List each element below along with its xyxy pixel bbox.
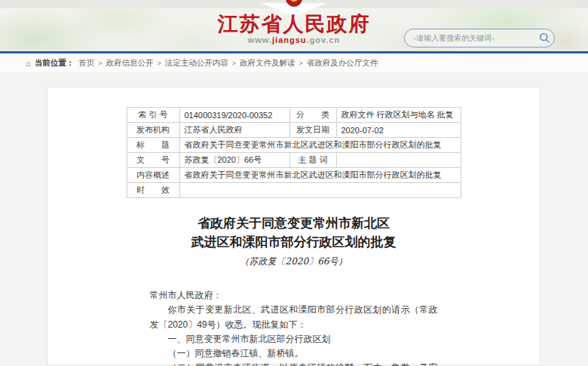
document-area: 索 引 号 014000319/2020-00352 分 类 政府文件 行政区划… xyxy=(127,107,461,366)
document-title-line2: 武进区和溧阳市部分行政区划的批复 xyxy=(127,233,461,252)
home-icon: ⌂ xyxy=(26,59,31,68)
breadcrumb-separator: > xyxy=(232,59,236,67)
paragraph: 一、同意变更常州市新北区部分行政区划 xyxy=(150,332,438,346)
document-number: （苏政复〔2020〕66号） xyxy=(127,255,461,268)
salutation: 常州市人民政府： xyxy=(150,288,438,303)
category-value: 政府文件 行政区划与地名 批复 xyxy=(336,108,461,123)
issuer-value: 江苏省人民政府 xyxy=(179,123,289,138)
paragraph: （二）同意设立春江街道。以原春江镇的徐墅、百丈、象墩、录安洲、春江、新潮河、滨江… xyxy=(150,361,438,366)
table-row: 文 号 苏政复〔2020〕66号 主 题 词 xyxy=(127,153,461,168)
table-row: 时 效 xyxy=(127,183,461,198)
url-highlight: jiangsu xyxy=(272,35,307,44)
breadcrumb-item-provincial-files[interactable]: 省政府及办公厅文件 xyxy=(307,58,378,69)
search-icon xyxy=(539,32,550,44)
keyword-label: 主 题 词 xyxy=(289,153,336,168)
url-suffix: .gov.cn xyxy=(307,35,341,44)
breadcrumb-separator: > xyxy=(157,59,161,67)
site-url: www.jiangsu.gov.cn xyxy=(248,35,341,44)
title-label: 标 题 xyxy=(127,138,179,153)
index-number-label: 索 引 号 xyxy=(127,108,179,123)
document-card: 索 引 号 014000319/2020-00352 分 类 政府文件 行政区划… xyxy=(47,87,541,365)
issue-date-value: 2020-07-02 xyxy=(336,123,461,138)
keyword-value xyxy=(336,153,461,168)
category-label: 分 类 xyxy=(289,108,336,123)
table-row: 索 引 号 014000319/2020-00352 分 类 政府文件 行政区划… xyxy=(127,108,461,123)
document-meta-table: 索 引 号 014000319/2020-00352 分 类 政府文件 行政区划… xyxy=(127,107,461,198)
document-title: 省政府关于同意变更常州市新北区 武进区和溧阳市部分行政区划的批复 xyxy=(127,214,461,252)
document-body: 常州市人民政府： 你市关于变更新北区、武进区和溧阳市部分行政区划的请示（常政发〔… xyxy=(150,288,438,366)
document-title-line1: 省政府关于同意变更常州市新北区 xyxy=(127,214,461,233)
validity-value xyxy=(179,183,461,198)
table-row: 标 题 省政府关于同意变更常州市新北区武进区和溧阳市部分行政区划的批复 xyxy=(127,138,461,153)
breadcrumb-label: 当前位置： xyxy=(35,58,75,69)
paragraph: 你市关于变更新北区、武进区和溧阳市部分行政区划的请示（常政发〔2020〕49号）… xyxy=(150,303,438,332)
paragraph: （一）同意撤销春江镇、新桥镇。 xyxy=(150,346,438,361)
summary-label: 内容概述 xyxy=(127,168,179,183)
issue-date-label: 发文日期 xyxy=(289,123,336,138)
breadcrumb-separator: > xyxy=(98,59,102,67)
summary-value: 省政府关于同意变更常州市新北区武进区和溧阳市部分行政区划的批复 xyxy=(179,168,461,183)
index-number-value: 014000319/2020-00352 xyxy=(179,108,289,123)
breadcrumb-item-gov-documents[interactable]: 政府文件及解读 xyxy=(240,58,296,69)
breadcrumb-separator: > xyxy=(299,59,302,67)
doc-number-value: 苏政复〔2020〕66号 xyxy=(179,153,289,168)
breadcrumb-item-info-disclosure[interactable]: 政府信息公开 xyxy=(106,58,153,69)
search-button[interactable] xyxy=(534,29,554,47)
breadcrumb: ⌂ 当前位置： 首页 > 政府信息公开 > 法定主动公开内容 > 政府文件及解读… xyxy=(0,53,588,72)
table-row: 发布机构 江苏省人民政府 发文日期 2020-07-02 xyxy=(127,123,461,138)
breadcrumb-item-home[interactable]: 首页 xyxy=(78,58,94,69)
site-header: 江苏省人民政府 www.jiangsu.gov.cn xyxy=(0,0,588,51)
validity-label: 时 效 xyxy=(127,183,179,198)
site-title: 江苏省人民政府 xyxy=(218,11,371,38)
search-input[interactable] xyxy=(405,34,534,42)
breadcrumb-item-statutory-content[interactable]: 法定主动公开内容 xyxy=(165,58,228,69)
url-prefix: www. xyxy=(248,35,272,44)
search-box[interactable] xyxy=(404,29,555,47)
issuer-label: 发布机构 xyxy=(127,123,179,138)
title-value: 省政府关于同意变更常州市新北区武进区和溧阳市部分行政区划的批复 xyxy=(179,138,461,153)
table-row: 内容概述 省政府关于同意变更常州市新北区武进区和溧阳市部分行政区划的批复 xyxy=(127,168,461,183)
doc-number-label: 文 号 xyxy=(127,153,179,168)
page-area: 索 引 号 014000319/2020-00352 分 类 政府文件 行政区划… xyxy=(0,72,588,365)
